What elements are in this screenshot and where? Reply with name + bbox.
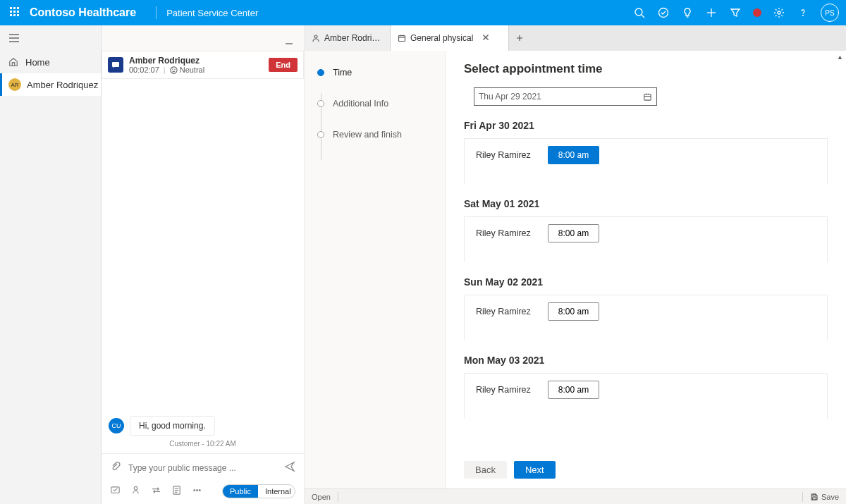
nav-item-session[interactable]: AR Amber Rodriquez bbox=[0, 73, 101, 96]
global-top-bar: Contoso Healthcare Patient Service Cente… bbox=[0, 0, 846, 25]
menu-toggle-icon[interactable] bbox=[0, 25, 101, 51]
calendar-icon bbox=[398, 34, 406, 42]
svg-point-23 bbox=[194, 490, 195, 491]
save-button[interactable]: Save bbox=[810, 493, 839, 501]
close-icon[interactable] bbox=[482, 33, 490, 44]
message-input[interactable] bbox=[128, 463, 277, 473]
back-button[interactable]: Back bbox=[464, 461, 507, 479]
calendar-icon bbox=[643, 92, 652, 102]
step-review[interactable]: Review and finish bbox=[317, 130, 438, 140]
home-icon bbox=[8, 57, 18, 67]
message-avatar: CU bbox=[109, 418, 124, 434]
day-label: Fri Apr 30 2021 bbox=[464, 120, 828, 131]
settings-gear-icon[interactable] bbox=[767, 0, 791, 25]
scroll-up-icon[interactable]: ▲ bbox=[837, 54, 843, 61]
time-slot-button[interactable]: 8:00 am bbox=[548, 146, 599, 164]
slot-card: Riley Ramirez 8:00 am bbox=[464, 138, 828, 184]
message-row: CU Hi, good morning. bbox=[109, 416, 297, 436]
tab-task[interactable]: General physical bbox=[391, 25, 509, 51]
audience-public[interactable]: Public bbox=[223, 485, 258, 498]
conversation-duration: 00:02:07 bbox=[129, 66, 159, 74]
end-call-button[interactable]: End bbox=[269, 58, 298, 72]
svg-rect-40 bbox=[812, 498, 816, 500]
tab-profile[interactable]: Amber Rodriquez bbox=[305, 25, 391, 51]
message-meta: Customer - 10:22 AM bbox=[109, 440, 297, 448]
time-slot-button[interactable]: 8:00 am bbox=[548, 224, 599, 242]
attachment-icon[interactable] bbox=[110, 461, 121, 474]
status-bar: Open Save bbox=[305, 488, 846, 504]
day-block: Sun May 02 2021 Riley Ramirez 8:00 am bbox=[464, 276, 828, 340]
tab-label: Amber Rodriquez bbox=[324, 33, 383, 43]
workspace-tabs: Amber Rodriquez General physical bbox=[305, 25, 846, 51]
svg-rect-12 bbox=[112, 62, 119, 67]
message-bubble: Hi, good morning. bbox=[130, 416, 215, 436]
step-time[interactable]: Time bbox=[317, 68, 438, 78]
task-checkmark-icon[interactable] bbox=[651, 0, 675, 25]
lightbulb-icon[interactable] bbox=[675, 0, 699, 25]
svg-rect-27 bbox=[399, 36, 405, 42]
brand-title: Contoso Healthcare bbox=[30, 6, 136, 19]
notes-icon[interactable] bbox=[171, 485, 182, 498]
nav-item-home[interactable]: Home bbox=[0, 51, 101, 73]
time-slot-button[interactable]: 8:00 am bbox=[548, 381, 599, 399]
plus-icon[interactable] bbox=[699, 0, 723, 25]
appointment-title: Select appointment time bbox=[464, 62, 828, 76]
svg-point-6 bbox=[778, 11, 780, 14]
svg-point-18 bbox=[134, 486, 137, 490]
divider bbox=[156, 6, 157, 19]
slot-card: Riley Ramirez 8:00 am bbox=[464, 373, 828, 419]
step-label: Time bbox=[333, 68, 352, 78]
wizard-footer: Back Next bbox=[446, 451, 846, 488]
svg-point-7 bbox=[803, 16, 804, 16]
audience-internal[interactable]: Internal bbox=[258, 485, 295, 498]
recording-indicator-icon bbox=[753, 8, 761, 17]
search-icon[interactable] bbox=[627, 0, 651, 25]
svg-point-16 bbox=[174, 69, 175, 70]
help-icon[interactable] bbox=[791, 0, 815, 25]
sentiment-badge: Neutral bbox=[170, 66, 204, 74]
app-launcher-icon[interactable] bbox=[10, 7, 21, 18]
more-icon[interactable] bbox=[192, 485, 202, 498]
day-block: Fri Apr 30 2021 Riley Ramirez 8:00 am bbox=[464, 120, 828, 184]
transfer-icon[interactable] bbox=[151, 485, 161, 498]
provider-name: Riley Ramirez bbox=[476, 228, 531, 238]
wizard-steps: Time Additional Info Review and finish bbox=[305, 51, 446, 488]
session-avatar: AR bbox=[8, 78, 21, 91]
day-label: Mon May 03 2021 bbox=[464, 355, 828, 366]
next-button[interactable]: Next bbox=[514, 461, 556, 479]
svg-rect-35 bbox=[644, 94, 651, 99]
svg-point-26 bbox=[314, 35, 317, 38]
svg-point-25 bbox=[199, 490, 200, 491]
day-label: Sat May 01 2021 bbox=[464, 198, 828, 209]
date-picker[interactable]: Thu Apr 29 2021 bbox=[474, 87, 657, 106]
slot-card: Riley Ramirez 8:00 am bbox=[464, 216, 828, 262]
conversation-panel: Amber Rodriquez 00:02:07 | Neutral End C… bbox=[102, 25, 305, 504]
day-label: Sun May 02 2021 bbox=[464, 276, 828, 288]
date-value: Thu Apr 29 2021 bbox=[479, 92, 541, 102]
user-avatar[interactable]: PS bbox=[821, 4, 839, 22]
step-label: Review and finish bbox=[333, 130, 402, 140]
conversation-header: Amber Rodriquez 00:02:07 | Neutral End bbox=[102, 51, 304, 79]
compose-area: Public Internal bbox=[102, 453, 304, 504]
nav-item-label: Home bbox=[25, 57, 50, 68]
sentiment-neutral-icon bbox=[170, 66, 178, 74]
appointment-panel: ▲ Select appointment time Thu Apr 29 202… bbox=[446, 51, 846, 488]
consult-icon[interactable] bbox=[130, 485, 141, 498]
minimize-icon[interactable] bbox=[281, 33, 297, 51]
day-block: Sat May 01 2021 Riley Ramirez 8:00 am bbox=[464, 198, 828, 262]
filter-icon[interactable] bbox=[723, 0, 747, 25]
send-icon[interactable] bbox=[284, 461, 295, 474]
audience-toggle[interactable]: Public Internal bbox=[222, 484, 295, 498]
save-icon bbox=[810, 493, 819, 501]
step-additional[interactable]: Additional Info bbox=[317, 99, 438, 109]
quick-reply-icon[interactable] bbox=[110, 485, 121, 498]
add-tab-button[interactable] bbox=[509, 25, 530, 51]
provider-name: Riley Ramirez bbox=[476, 307, 531, 316]
app-name: Patient Service Center bbox=[166, 8, 258, 18]
svg-rect-39 bbox=[813, 494, 816, 496]
svg-point-2 bbox=[659, 8, 668, 18]
nav-item-label: Amber Rodriquez bbox=[27, 80, 98, 90]
svg-line-1 bbox=[642, 15, 644, 18]
time-slot-button[interactable]: 8:00 am bbox=[548, 302, 599, 321]
person-icon bbox=[312, 34, 320, 42]
